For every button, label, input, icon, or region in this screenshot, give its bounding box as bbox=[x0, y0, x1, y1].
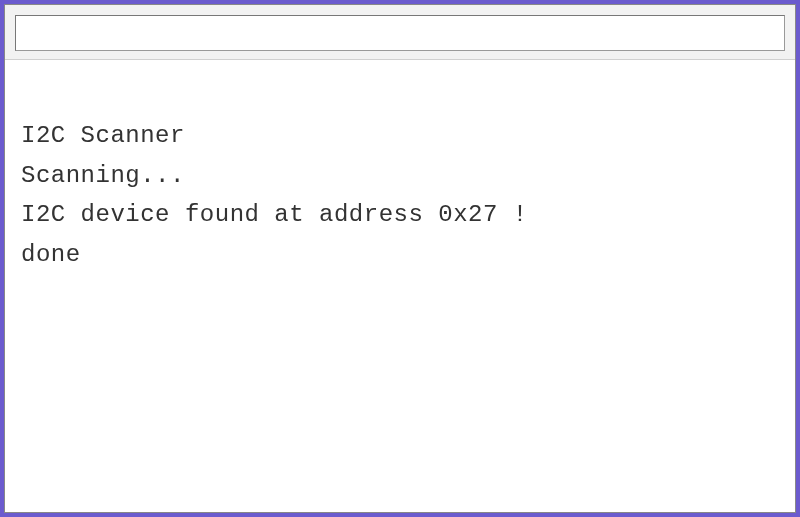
console-line: done bbox=[21, 235, 779, 275]
serial-input[interactable] bbox=[15, 15, 785, 51]
console-line: Scanning... bbox=[21, 156, 779, 196]
console-line: I2C Scanner bbox=[21, 116, 779, 156]
send-bar bbox=[5, 5, 795, 60]
console-line: I2C device found at address 0x27 ! bbox=[21, 195, 779, 235]
console-output[interactable]: I2C Scanner Scanning... I2C device found… bbox=[5, 60, 795, 512]
serial-monitor-window: I2C Scanner Scanning... I2C device found… bbox=[4, 4, 796, 513]
console-line bbox=[21, 78, 779, 116]
